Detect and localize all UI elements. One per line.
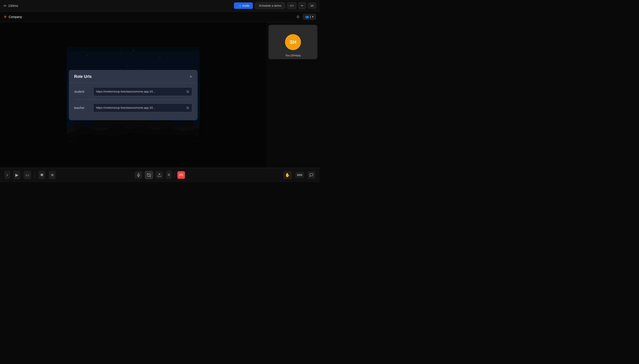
user-avatar-button[interactable]: sh [308, 3, 316, 9]
video-playback-button[interactable]: ▶ [14, 171, 20, 179]
participants-chevron: ▾ [312, 15, 314, 18]
company-name: Company [9, 15, 22, 19]
screen-share-button[interactable] [156, 171, 163, 179]
code-button[interactable]: </> [287, 2, 296, 9]
app-name: 100ms [8, 4, 18, 8]
participant-name: You (Shreya) [285, 54, 301, 57]
modal-body: student https://onetonsoup-liveclassroom… [69, 83, 198, 120]
sub-nav: ✳ Company ⧉ 👥 1 ▾ [0, 12, 320, 22]
top-nav: ∞ 100ms 👥 Invite Schedule a demo </> ✏ s… [0, 0, 320, 12]
participants-button[interactable]: 👥 1 ▾ [303, 14, 316, 20]
company-star-icon: ✳ [4, 14, 7, 19]
toolbar-center: ≡ [135, 171, 185, 179]
student-url-text: https://onetonsoup-liveclassroomone.app.… [96, 90, 184, 93]
camera-button[interactable] [145, 171, 153, 179]
teacher-url-text: https://onetonsoup-liveclassroomone.app.… [96, 106, 184, 109]
chat-button[interactable] [308, 171, 315, 179]
participants-icon: 👥 [305, 15, 309, 18]
company-section: ✳ Company [4, 14, 22, 19]
svg-line-5 [147, 173, 151, 177]
caption-button[interactable]: ▭ [24, 171, 31, 179]
edit-button[interactable]: ✏ [299, 2, 306, 9]
participant-card: SH You (Shreya) [269, 25, 317, 59]
student-url-field: https://onetonsoup-liveclassroomone.app.… [93, 87, 192, 96]
role-urls-modal: Role Urls × student https://onetonsoup-l… [69, 70, 198, 120]
noise-cancel-button[interactable]: ✱ [39, 171, 45, 179]
sub-nav-right: ⧉ 👥 1 ▾ [296, 14, 316, 20]
schedule-demo-button[interactable]: Schedule a demo [255, 2, 285, 9]
content-area: Sit Role Urls × student https://onetonso… [0, 22, 266, 168]
student-role-row: student https://onetonsoup-liveclassroom… [74, 87, 192, 100]
participants-count: 1 [310, 15, 311, 18]
brb-button[interactable]: BRB [295, 172, 304, 178]
mic-button[interactable] [135, 171, 142, 179]
modal-header: Role Urls × [69, 70, 198, 83]
teacher-role-row: teacher https://onetonsoup-liveclassroom… [74, 103, 192, 116]
invite-label: Invite [242, 4, 249, 7]
teacher-role-label: teacher [74, 106, 90, 110]
invite-icon: 👥 [238, 4, 241, 7]
main-area: Sit Role Urls × student https://onetonso… [0, 22, 320, 168]
student-copy-button[interactable]: ⧉ [186, 89, 189, 94]
invite-button[interactable]: 👥 Invite [234, 2, 253, 9]
toolbar-left: ♪ ▶ ▭ ✱ ≋ [5, 171, 56, 179]
bottom-toolbar: ♪ ▶ ▭ ✱ ≋ ≡ [0, 168, 320, 182]
modal-title: Role Urls [74, 74, 92, 79]
right-sidebar: SH You (Shreya) [266, 22, 320, 168]
toolbar-right: ✋ BRB [283, 171, 315, 179]
duplicate-button[interactable]: ⧉ [296, 14, 300, 20]
more-options-button[interactable]: ≡ [166, 171, 172, 179]
student-role-label: student [74, 90, 90, 94]
logo-icon: ∞ [4, 3, 7, 8]
music-button[interactable]: ♪ [5, 171, 10, 179]
waveform-button[interactable]: ≋ [49, 171, 56, 179]
toolbar-divider-1 [35, 172, 35, 178]
nav-logo-section: ∞ 100ms [4, 3, 18, 8]
raise-hand-button[interactable]: ✋ [283, 171, 292, 179]
teacher-url-field: https://onetonsoup-liveclassroomone.app.… [93, 103, 192, 112]
teacher-copy-button[interactable]: ⧉ [186, 105, 189, 110]
modal-close-button[interactable]: × [190, 74, 192, 79]
end-call-button[interactable] [177, 171, 185, 179]
avatar: SH [285, 34, 301, 50]
modal-overlay: Role Urls × student https://onetonsoup-l… [0, 22, 266, 168]
nav-actions: 👥 Invite Schedule a demo </> ✏ sh [234, 2, 316, 9]
